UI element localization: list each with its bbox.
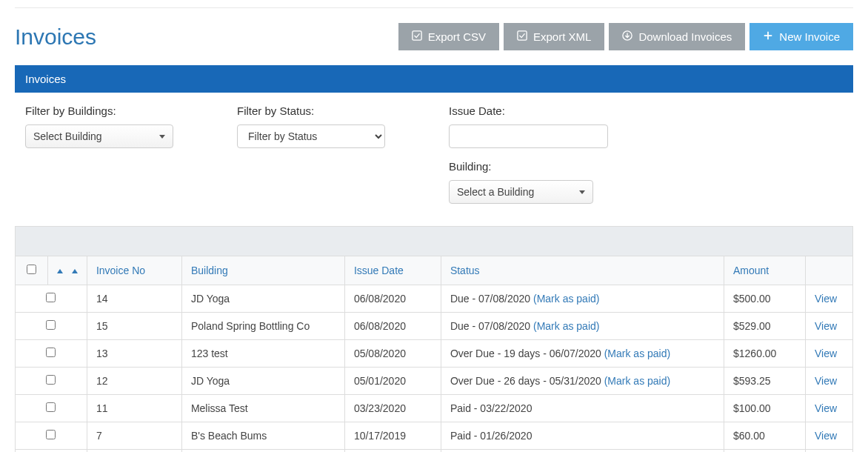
new-invoice-button[interactable]: New Invoice [750, 23, 853, 50]
svg-rect-1 [518, 31, 527, 40]
row-checkbox-cell [16, 285, 87, 313]
row-checkbox[interactable] [46, 430, 56, 439]
filter-buildings-value: Select Building [33, 130, 102, 142]
cell-issue-date: 10/17/2019 [344, 422, 441, 450]
row-checkbox-cell [16, 340, 87, 368]
cell-amount: $529.00 [724, 313, 806, 340]
cell-action: View [806, 450, 853, 453]
view-link[interactable]: View [815, 375, 837, 387]
cell-invoice-no: 12 [87, 368, 181, 395]
cell-invoice-no: 15 [87, 313, 181, 340]
cell-action: View [806, 313, 853, 340]
cell-amount: $60.00 [724, 450, 806, 453]
filter-bar: Filter by Buildings: Select Building Fil… [15, 93, 853, 219]
header-sort[interactable] [48, 256, 87, 285]
table-row: 14JD Yoga06/08/2020Due - 07/08/2020 (Mar… [16, 285, 853, 313]
check-icon [517, 30, 527, 43]
chevron-down-icon [159, 135, 165, 139]
cell-building: Melissa Test [181, 395, 344, 422]
cell-status: Over Due - 26 days - 05/31/2020 (Mark as… [441, 368, 724, 395]
cell-issue-date: 06/08/2020 [344, 313, 441, 340]
filter-status-select[interactable]: Filter by Status [237, 124, 385, 148]
row-checkbox[interactable] [46, 293, 56, 302]
cell-building: JD Yoga [181, 285, 344, 313]
cell-invoice-no: 14 [87, 285, 181, 313]
filter-buildings-label: Filter by Buildings: [25, 104, 233, 117]
view-link[interactable]: View [815, 348, 837, 359]
building-select-value: Select a Building [457, 186, 534, 198]
cell-amount: $1260.00 [724, 340, 806, 368]
cell-issue-date: 10/16/2019 [344, 450, 441, 453]
mark-as-paid-link[interactable]: (Mark as paid) [533, 320, 599, 332]
cell-building: 123 test [181, 340, 344, 368]
building-select[interactable]: Select a Building [449, 180, 593, 204]
table-toolbar-spacer [15, 226, 853, 256]
sort-asc-icon [72, 269, 78, 273]
cell-amount: $500.00 [724, 285, 806, 313]
row-checkbox-cell [16, 422, 87, 450]
row-checkbox[interactable] [46, 320, 56, 330]
issue-date-label: Issue Date: [449, 104, 656, 117]
export-csv-label: Export CSV [428, 30, 486, 43]
filter-buildings-select[interactable]: Select Building [25, 124, 173, 148]
cell-invoice-no: 7 [87, 422, 181, 450]
status-text: Paid - 03/22/2020 [450, 402, 533, 414]
table-row: 12JD Yoga05/01/2020Over Due - 26 days - … [16, 368, 853, 395]
header-building[interactable]: Building [181, 256, 344, 285]
cell-building: Poland Spring Bottling Co [181, 313, 344, 340]
new-invoice-label: New Invoice [779, 30, 840, 43]
cell-issue-date: 05/01/2020 [344, 368, 441, 395]
building-label: Building: [449, 160, 656, 173]
table-row: 7B's Beach Bums10/17/2019Paid - 01/26/20… [16, 422, 853, 450]
svg-rect-0 [413, 31, 421, 40]
cell-building: JD Yoga [181, 368, 344, 395]
cell-issue-date: 06/08/2020 [344, 285, 441, 313]
cell-status: Due - 07/08/2020 (Mark as paid) [441, 285, 724, 313]
check-icon [412, 30, 422, 43]
mark-as-paid-link[interactable]: (Mark as paid) [604, 375, 670, 387]
header-amount[interactable]: Amount [724, 256, 806, 285]
status-text: Paid - 01/26/2020 [450, 430, 533, 442]
mark-as-paid-link[interactable]: (Mark as paid) [533, 293, 599, 305]
cell-status: Paid - 03/22/2020 [441, 395, 724, 422]
view-link[interactable]: View [815, 320, 837, 332]
table-row: 8B's Beach Bums10/16/2019Over Due - 224 … [16, 450, 853, 453]
cell-invoice-no: 13 [87, 340, 181, 368]
row-checkbox-cell [16, 450, 87, 453]
row-checkbox[interactable] [46, 375, 56, 385]
export-xml-label: Export XML [533, 30, 591, 43]
mark-as-paid-link[interactable]: (Mark as paid) [604, 348, 670, 359]
row-checkbox-cell [16, 368, 87, 395]
chevron-down-icon [579, 190, 585, 194]
view-link[interactable]: View [815, 430, 837, 442]
header-issue-date[interactable]: Issue Date [344, 256, 441, 285]
header-status[interactable]: Status [441, 256, 724, 285]
issue-date-input[interactable] [449, 124, 608, 148]
view-link[interactable]: View [815, 402, 837, 414]
cell-amount: $593.25 [724, 368, 806, 395]
sort-asc-icon [57, 269, 63, 273]
cell-invoice-no: 11 [87, 395, 181, 422]
filter-status-label: Filter by Status: [237, 104, 444, 117]
status-text: Due - 07/08/2020 [450, 293, 533, 305]
download-invoices-button[interactable]: Download Invoices [609, 23, 745, 50]
cell-status: Due - 07/08/2020 (Mark as paid) [441, 313, 724, 340]
row-checkbox[interactable] [46, 402, 56, 412]
header-checkbox[interactable] [16, 256, 48, 285]
cell-building: B's Beach Bums [181, 422, 344, 450]
status-text: Over Due - 19 days - 06/07/2020 [450, 348, 604, 359]
header-action [806, 256, 853, 285]
select-all-checkbox[interactable] [27, 265, 36, 274]
action-button-group: Export CSV Export XML Download Invoices … [398, 23, 853, 50]
invoices-table: Invoice No Building Issue Date Status Am… [15, 256, 853, 452]
cell-status: Over Due - 19 days - 06/07/2020 (Mark as… [441, 340, 724, 368]
cell-amount: $60.00 [724, 422, 806, 450]
header-invoice-no[interactable]: Invoice No [87, 256, 181, 285]
view-link[interactable]: View [815, 293, 837, 305]
cell-issue-date: 03/23/2020 [344, 395, 441, 422]
export-csv-button[interactable]: Export CSV [398, 23, 499, 50]
export-xml-button[interactable]: Export XML [504, 23, 604, 50]
cell-status: Over Due - 224 days - 11/15/2019 (Mark a… [441, 450, 724, 453]
cell-action: View [806, 422, 853, 450]
row-checkbox[interactable] [46, 348, 56, 357]
